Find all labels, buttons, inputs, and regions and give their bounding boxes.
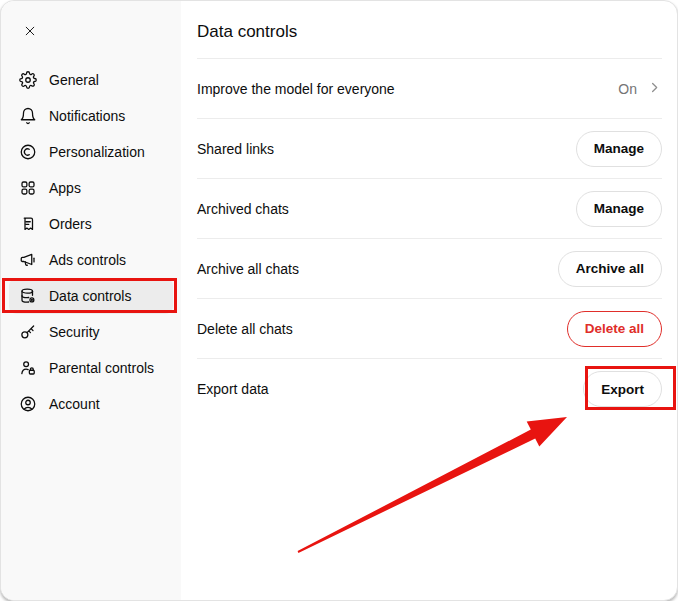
sidebar-item-label: Account	[49, 396, 100, 412]
row-export-data: Export data Export	[197, 359, 662, 419]
row-label: Improve the model for everyone	[197, 81, 395, 97]
sidebar-item-account[interactable]: Account	[9, 386, 173, 422]
row-archived-chats: Archived chats Manage	[197, 179, 662, 239]
receipt-icon	[19, 215, 37, 233]
chevron-right-icon	[647, 80, 662, 98]
row-improve-model[interactable]: Improve the model for everyone On	[197, 59, 662, 119]
sidebar-item-label: Ads controls	[49, 252, 126, 268]
sidebar-nav: General Notifications Personalization Ap…	[9, 62, 173, 422]
manage-archived-chats-button[interactable]: Manage	[576, 191, 662, 227]
database-gear-icon	[19, 287, 37, 305]
export-button[interactable]: Export	[583, 371, 662, 407]
sidebar-item-security[interactable]: Security	[9, 314, 173, 350]
sidebar-item-general[interactable]: General	[9, 62, 173, 98]
close-button[interactable]	[19, 21, 41, 43]
row-delete-all-chats: Delete all chats Delete all	[197, 299, 662, 359]
row-shared-links: Shared links Manage	[197, 119, 662, 179]
row-label: Export data	[197, 381, 269, 397]
sidebar-item-orders[interactable]: Orders	[9, 206, 173, 242]
sidebar-item-label: Orders	[49, 216, 92, 232]
sidebar-item-parental-controls[interactable]: Parental controls	[9, 350, 173, 386]
improve-model-state: On	[618, 81, 637, 97]
close-icon	[23, 24, 37, 41]
bell-icon	[19, 107, 37, 125]
row-label: Delete all chats	[197, 321, 293, 337]
row-label: Shared links	[197, 141, 274, 157]
settings-sidebar: General Notifications Personalization Ap…	[1, 1, 181, 600]
data-controls-panel: Data controls Improve the model for ever…	[181, 1, 677, 600]
sidebar-item-label: Notifications	[49, 108, 125, 124]
sidebar-item-label: Apps	[49, 180, 81, 196]
sidebar-item-notifications[interactable]: Notifications	[9, 98, 173, 134]
row-label: Archived chats	[197, 201, 289, 217]
sidebar-item-apps[interactable]: Apps	[9, 170, 173, 206]
sidebar-item-label: Security	[49, 324, 100, 340]
settings-dialog: General Notifications Personalization Ap…	[0, 0, 678, 601]
archive-all-button[interactable]: Archive all	[558, 251, 662, 287]
row-label: Archive all chats	[197, 261, 299, 277]
sidebar-item-label: Data controls	[49, 288, 131, 304]
improve-model-value[interactable]: On	[618, 80, 662, 98]
manage-shared-links-button[interactable]: Manage	[576, 131, 662, 167]
sidebar-item-label: Parental controls	[49, 360, 154, 376]
apps-grid-icon	[19, 179, 37, 197]
sidebar-item-ads-controls[interactable]: Ads controls	[9, 242, 173, 278]
sidebar-item-personalization[interactable]: Personalization	[9, 134, 173, 170]
sidebar-item-data-controls[interactable]: Data controls	[9, 278, 173, 314]
page-title: Data controls	[197, 1, 662, 59]
gear-icon	[19, 71, 37, 89]
person-lock-icon	[19, 359, 37, 377]
sidebar-item-label: Personalization	[49, 144, 145, 160]
key-icon	[19, 323, 37, 341]
person-circle-icon	[19, 395, 37, 413]
dial-icon	[19, 143, 37, 161]
sidebar-item-label: General	[49, 72, 99, 88]
row-archive-all-chats: Archive all chats Archive all	[197, 239, 662, 299]
delete-all-button[interactable]: Delete all	[567, 311, 662, 347]
megaphone-icon	[19, 251, 37, 269]
